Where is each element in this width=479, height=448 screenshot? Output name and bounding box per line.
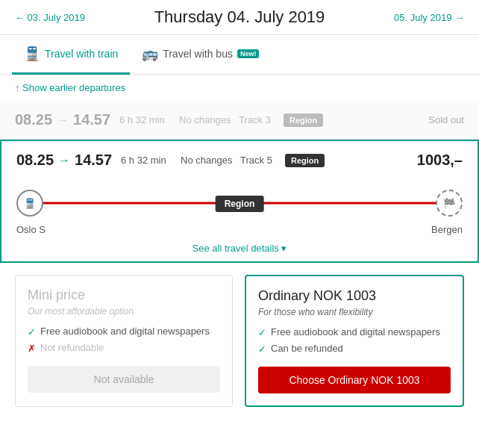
ordinary-feature-2-text: Can be refunded [271,343,343,354]
journey-2-price: 1003,– [417,152,463,169]
ordinary-feature-2: ✓ Can be refunded [258,343,451,355]
new-badge: New! [237,49,260,58]
earlier-departures-link[interactable]: ↑ Show earlier departures [0,75,479,101]
tabs-bar: 🚆 Travel with train 🚌 Travel with bus Ne… [0,35,479,75]
start-station-node: 🚆 [16,190,43,217]
midpoint-container: Region [216,197,264,209]
mini-feature-1: ✓ Free audiobook and digital newspapers [28,326,220,337]
journey-2-arrow: → [58,154,70,167]
journey-2-duration: 6 h 32 min [121,155,181,166]
choose-ordinary-button[interactable]: Choose Ordinary NOK 1003 [258,367,451,393]
journey-2-changes: No changes [181,155,240,166]
check-icon-1: ✓ [28,326,36,337]
end-station-icon: 🏁 [443,198,455,209]
next-date-link[interactable]: 05. July 2019 → [394,12,464,23]
train-icon: 🚆 [24,46,40,62]
station-labels: Oslo S Bergen [1,221,478,235]
journey-1-soldout: Sold out [428,114,464,125]
mini-features: ✓ Free audiobook and digital newspapers … [28,326,220,354]
mini-feature-2: ✗ Not refundable [28,342,220,354]
mini-price-subtitle: Our most affordable option [28,306,220,317]
see-details-link[interactable]: See all travel details ▾ [1,235,478,261]
mini-feature-1-text: Free audiobook and digital newspapers [40,326,210,337]
cross-icon-1: ✗ [28,343,36,354]
end-station-node: 🏁 [436,190,463,217]
journey-1-track: Track 3 [239,114,284,125]
route-line-container: 🚆 Region 🏁 [1,179,478,221]
journey-row-2-wrapper: 08.25 → 14.57 6 h 32 min No changes Trac… [0,140,479,263]
journey-2-arrive: 14.57 [75,152,112,169]
prev-date-link[interactable]: ← 03. July 2019 [15,12,85,23]
journey-row-2[interactable]: 08.25 → 14.57 6 h 32 min No changes Trac… [1,141,478,179]
journey-1-times: 08.25 → 14.57 [15,111,119,128]
not-available-button: Not available [28,366,220,393]
journey-1-changes: No changes [179,114,239,125]
check-icon-3: ✓ [258,343,266,355]
journey-1-duration: 6 h 32 min [119,114,179,125]
end-station-label: Bergen [431,224,463,235]
journey-1-arrive: 14.57 [73,111,110,128]
journey-2-times: 08.25 → 14.57 [16,152,121,169]
journey-1-depart: 08.25 [15,111,52,128]
tab-bus[interactable]: 🚌 Travel with bus New! [130,35,271,75]
ordinary-features: ✓ Free audiobook and digital newspapers … [258,326,451,355]
route-line: 🚆 Region 🏁 [16,188,463,218]
tab-train[interactable]: 🚆 Travel with train [12,35,130,75]
mini-feature-2-text: Not refundable [40,342,104,353]
ordinary-price-card: Ordinary NOK 1003 For those who want fle… [245,275,464,407]
page-title: Thursday 04. July 2019 [154,7,325,27]
journey-1-arrow: → [57,113,69,127]
ordinary-feature-1-text: Free audiobook and digital newspapers [271,326,440,337]
tab-train-label: Travel with train [45,48,118,60]
route-midpoint-badge: Region [216,196,264,212]
mini-price-title: Mini price [28,287,220,303]
journey-1-badge: Region [284,113,323,127]
check-icon-2: ✓ [258,327,266,338]
mini-price-card: Mini price Our most affordable option ✓ … [15,275,233,407]
ordinary-feature-1: ✓ Free audiobook and digital newspapers [258,326,451,338]
ordinary-price-title: Ordinary NOK 1003 [258,288,451,304]
start-station-icon: 🚆 [24,198,36,209]
journey-2-depart: 08.25 [16,152,54,169]
start-station-label: Oslo S [16,224,46,235]
ordinary-price-subtitle: For those who want flexibility [258,307,451,317]
pricing-section: Mini price Our most affordable option ✓ … [0,263,479,419]
tab-bus-label: Travel with bus [163,48,233,60]
bus-icon: 🚌 [142,46,158,62]
journey-2-badge: Region [285,154,325,167]
journey-2-track: Track 5 [240,155,285,166]
header: ← 03. July 2019 Thursday 04. July 2019 0… [0,0,479,35]
journey-row-1[interactable]: 08.25 → 14.57 6 h 32 min No changes Trac… [0,101,479,140]
